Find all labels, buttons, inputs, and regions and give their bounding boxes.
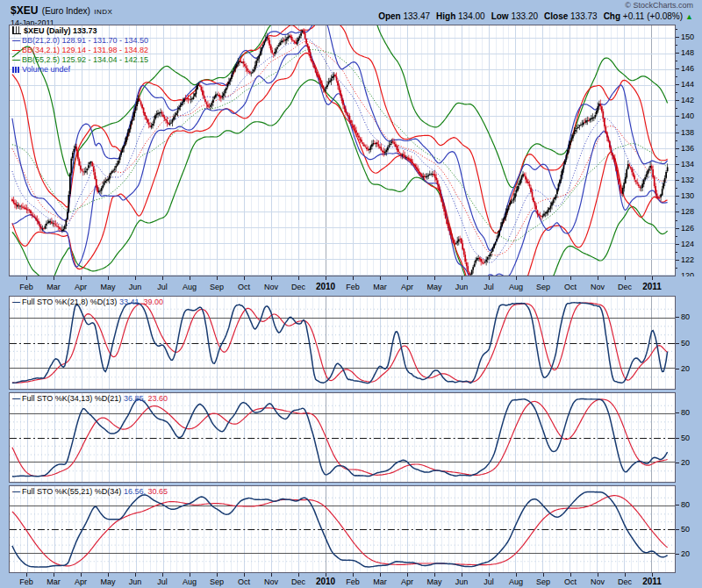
stoch-tick-label: 20 bbox=[681, 458, 690, 467]
month-label: May bbox=[100, 283, 116, 291]
ohlc-label: Low bbox=[491, 11, 509, 21]
stochastic-panel-3[interactable]: —Full STO %K(55,21) %D(34) 16.56, 30.65 bbox=[9, 485, 676, 573]
date-axis-mid: FebMarAprMayJunJulAugSepOctNovDec2010Feb… bbox=[9, 276, 676, 296]
month-label: Aug bbox=[509, 577, 523, 586]
price-chart-svg bbox=[10, 25, 675, 276]
date-axis-bottom: FebMarAprMayJunJulAugSepOctNovDec2010Feb… bbox=[9, 573, 676, 588]
ohlc-label: Open bbox=[378, 11, 401, 21]
price-tick-label: 136 bbox=[681, 144, 694, 153]
price-chart-panel[interactable]: $XEU (Daily) 133.73—BB(21,2.0) 128.91 - … bbox=[9, 25, 676, 276]
chart-header: $XEU (Euro Index) INDX 14-Jan-2011 © Sto… bbox=[0, 0, 702, 25]
date-axis-ticks bbox=[27, 276, 653, 280]
price-tick-label: 122 bbox=[681, 255, 694, 264]
month-label: May bbox=[426, 283, 442, 291]
month-label: Feb bbox=[346, 577, 360, 586]
price-tick-label: 148 bbox=[681, 48, 694, 57]
stoch-axis-svg: 805020 bbox=[676, 392, 702, 483]
month-label: Apr bbox=[75, 283, 87, 291]
stochastic-svg bbox=[10, 393, 675, 482]
stoch-tick-label: 80 bbox=[681, 500, 690, 509]
price-tick-label: 120 bbox=[681, 271, 694, 276]
stoch-axis-ticks bbox=[676, 413, 679, 463]
month-label: Dec bbox=[618, 577, 633, 586]
price-tick-label: 140 bbox=[681, 111, 694, 120]
ohlc-value: 133.20 bbox=[509, 11, 538, 21]
month-label: Nov bbox=[264, 283, 279, 291]
month-label: Dec bbox=[291, 577, 306, 586]
date-axis-svg: FebMarAprMayJunJulAugSepOctNovDec2010Feb… bbox=[9, 573, 676, 588]
ohlc-label: Close bbox=[544, 11, 568, 21]
ohlc-label: Chg bbox=[604, 11, 620, 21]
month-label: Jul bbox=[157, 283, 168, 291]
month-label: Sep bbox=[210, 577, 224, 586]
stochastic-panel-1[interactable]: —Full STO %K(21,8) %D(13) 33.41, 39.00 bbox=[9, 296, 676, 390]
month-label: Dec bbox=[618, 283, 633, 291]
month-label: Jun bbox=[129, 577, 142, 586]
month-label: Aug bbox=[183, 577, 197, 586]
stochastic-panel-2[interactable]: —Full STO %K(34,13) %D(21) 36.85, 23.60 bbox=[9, 392, 676, 483]
price-tick-label: 138 bbox=[681, 128, 694, 137]
stoch-tick-label: 50 bbox=[681, 525, 690, 534]
date-axis-ticks bbox=[27, 573, 653, 577]
month-label: May bbox=[100, 577, 116, 586]
price-tick-label: 146 bbox=[681, 64, 694, 73]
copyright-link[interactable]: © StockCharts.com bbox=[372, 1, 693, 10]
price-tick-label: 124 bbox=[681, 240, 694, 248]
stoch-axis-ticks bbox=[676, 506, 679, 555]
month-label: Mar bbox=[47, 283, 61, 291]
grid-weekly bbox=[14, 297, 665, 389]
month-label: Oct bbox=[238, 577, 251, 586]
month-label: Nov bbox=[591, 577, 605, 586]
month-label: Feb bbox=[19, 283, 33, 291]
ohlc-value: +0.11 (+0.08%) bbox=[620, 11, 683, 21]
month-label: Oct bbox=[238, 283, 251, 291]
symbol-name: (Euro Index) bbox=[42, 6, 90, 16]
month-label: Jul bbox=[484, 283, 494, 291]
ohlc-label: High bbox=[436, 11, 455, 21]
quote-block: © StockCharts.com Open 133.47High 134.00… bbox=[372, 1, 693, 21]
month-label: Apr bbox=[401, 283, 413, 291]
year-label: 2011 bbox=[642, 282, 662, 291]
month-label: Jul bbox=[484, 577, 494, 586]
month-label: Nov bbox=[264, 577, 279, 586]
ohlc-value: 133.47 bbox=[401, 11, 430, 21]
stockcharts-chart-page: { "header": { "symbol": "$XEU", "name": … bbox=[0, 0, 702, 588]
month-label: Jun bbox=[129, 283, 142, 291]
stochastic-svg bbox=[10, 297, 675, 389]
year-label: 2011 bbox=[642, 577, 662, 586]
grid-weekly bbox=[14, 393, 665, 482]
symbol-exchange: INDX bbox=[94, 8, 112, 16]
month-label: Nov bbox=[591, 283, 605, 291]
change-up-icon: ▲ bbox=[685, 12, 693, 21]
stochastic-axis-2: 805020 bbox=[676, 392, 702, 483]
month-label: Jul bbox=[157, 577, 168, 586]
stoch-tick-label: 80 bbox=[681, 312, 690, 321]
price-tick-label: 130 bbox=[681, 191, 694, 200]
price-axis-ticks bbox=[676, 30, 679, 269]
month-label: Dec bbox=[291, 283, 306, 291]
stochastic-axis-3: 805020 bbox=[676, 485, 702, 573]
month-label: Jun bbox=[455, 283, 469, 291]
stochastic-axis-1: 805020 bbox=[676, 296, 702, 390]
month-label: Feb bbox=[19, 577, 33, 586]
price-tick-label: 134 bbox=[681, 160, 694, 169]
month-label: Apr bbox=[75, 577, 87, 586]
stoch-tick-label: 20 bbox=[681, 549, 690, 558]
price-axis-svg: 1201221241261281301321341361381401421441… bbox=[676, 25, 702, 276]
ohlc-value: 133.73 bbox=[568, 11, 597, 21]
stoch-axis-svg: 805020 bbox=[676, 485, 702, 573]
month-label: May bbox=[426, 577, 442, 586]
month-label: Oct bbox=[564, 577, 577, 586]
price-axis-right: 1201221241261281301321341361381401421441… bbox=[676, 25, 702, 276]
ohlc-row: Open 133.47High 134.00Low 133.20Close 13… bbox=[372, 11, 693, 21]
date-axis-svg: FebMarAprMayJunJulAugSepOctNovDec2010Feb… bbox=[9, 276, 676, 296]
month-label: Mar bbox=[373, 283, 387, 291]
price-tick-label: 126 bbox=[681, 224, 694, 233]
month-label: Sep bbox=[210, 283, 224, 291]
month-label: Mar bbox=[47, 577, 61, 586]
stoch-axis-svg: 805020 bbox=[676, 296, 702, 390]
month-label: Sep bbox=[536, 577, 550, 586]
stochastic-svg bbox=[10, 486, 675, 572]
month-label: Mar bbox=[373, 577, 387, 586]
price-tick-label: 142 bbox=[681, 96, 694, 104]
